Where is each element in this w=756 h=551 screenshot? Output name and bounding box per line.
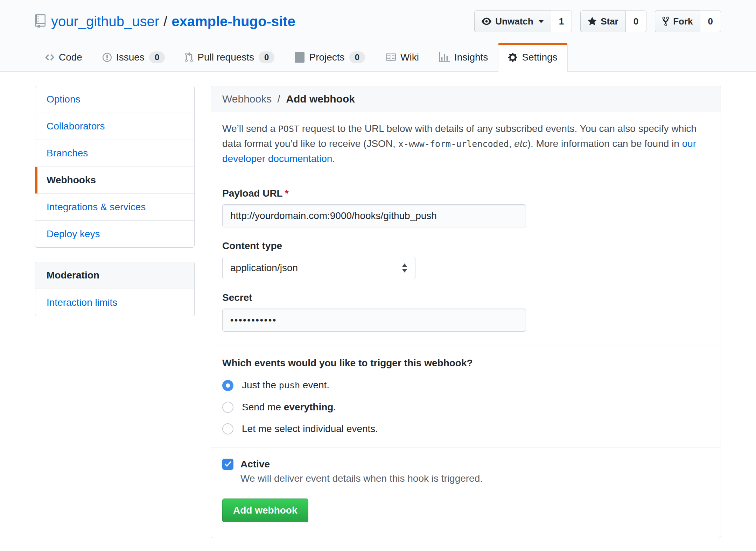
active-label: Active (240, 459, 270, 470)
repo-name-link[interactable]: example-hugo-site (172, 14, 295, 29)
check-icon (224, 461, 231, 467)
description-text: We’ll send a (222, 123, 278, 134)
project-icon (295, 52, 304, 63)
payload-url-label: Payload URL* (222, 188, 709, 199)
description-text: ). More information can be found in (527, 138, 682, 149)
sidebar-item-integrations[interactable]: Integrations & services (35, 193, 194, 220)
sidebar-item-options[interactable]: Options (35, 86, 194, 113)
radio-everything-post: . (333, 402, 336, 412)
tab-wiki[interactable]: Wiki (375, 43, 429, 72)
settings-sidebar: Options Collaborators Branches Webhooks … (35, 86, 195, 316)
payload-url-input[interactable] (222, 204, 526, 227)
payload-url-label-text: Payload URL (222, 188, 283, 199)
moderation-menu: Moderation Interaction limits (35, 262, 195, 316)
stargazers-count[interactable]: 0 (626, 10, 646, 32)
push-code-text: push (279, 380, 300, 390)
active-checkbox-row: Active (222, 459, 709, 470)
breadcrumb: Webhooks / Add webhook (211, 86, 721, 112)
breadcrumb-webhooks-link[interactable]: Webhooks (222, 93, 272, 105)
sidebar-item-interaction-limits[interactable]: Interaction limits (35, 289, 194, 316)
webhook-description: We’ll send a POST request to the URL bel… (211, 112, 721, 176)
secret-input[interactable] (222, 309, 526, 332)
sidebar-item-collaborators[interactable]: Collaborators (35, 113, 194, 140)
tab-issues-label: Issues (116, 52, 145, 63)
tab-settings-label: Settings (522, 52, 557, 63)
forks-count[interactable]: 0 (700, 10, 721, 32)
sidebar-item-webhooks[interactable]: Webhooks (35, 167, 194, 193)
graph-icon (439, 52, 450, 63)
issues-counter: 0 (149, 51, 165, 63)
fork-button[interactable]: Fork (655, 10, 700, 32)
repo-icon (35, 14, 46, 28)
tab-issues[interactable]: Issues 0 (92, 43, 175, 72)
repo-separator: / (163, 14, 167, 29)
radio-just-push-label: Just the push event. (242, 380, 329, 391)
tab-pull-requests[interactable]: Pull requests 0 (175, 43, 285, 72)
tab-code-label: Code (59, 52, 82, 63)
radio-row-individual: Let me select individual events. (222, 423, 709, 435)
repo-actions: Unwatch 1 Star 0 Fork (474, 10, 721, 32)
caret-down-icon (538, 20, 544, 23)
sidebar-item-deploy-keys[interactable]: Deploy keys (35, 220, 194, 247)
payload-url-group: Payload URL* (222, 188, 709, 227)
repo-header: your_github_user / example-hugo-site Unw… (0, 0, 756, 72)
tab-insights[interactable]: Insights (429, 43, 498, 72)
settings-menu: Options Collaborators Branches Webhooks … (35, 86, 195, 248)
repo-title: your_github_user / example-hugo-site (35, 14, 295, 29)
gear-icon (508, 52, 517, 63)
radio-push-pre: Just the (242, 380, 279, 390)
content-type-label: Content type (222, 240, 709, 252)
urlencoded-code-text: x-www-form-urlencoded (398, 139, 509, 149)
tab-settings[interactable]: Settings (498, 43, 567, 72)
tab-wiki-label: Wiki (400, 52, 419, 63)
radio-row-everything: Send me everything. (222, 402, 709, 413)
add-webhook-button[interactable]: Add webhook (222, 499, 308, 522)
radio-individual-events[interactable] (222, 423, 233, 435)
radio-everything-label: Send me everything. (242, 402, 336, 413)
eye-icon (482, 16, 491, 26)
events-heading: Which events would you like to trigger t… (222, 357, 709, 369)
watch-button-group: Unwatch 1 (474, 10, 572, 32)
content-type-select[interactable]: application/json (222, 257, 415, 279)
radio-everything-pre: Send me (242, 402, 284, 412)
radio-just-push[interactable] (222, 380, 233, 391)
unwatch-button[interactable]: Unwatch (474, 10, 551, 32)
star-button-group: Star 0 (580, 10, 646, 32)
active-checkbox[interactable] (222, 459, 233, 470)
active-description: We will deliver event details when this … (240, 473, 709, 485)
fork-label: Fork (673, 16, 693, 27)
webhook-form: Payload URL* Content type application/js… (211, 176, 721, 346)
repo-title-row: your_github_user / example-hugo-site Unw… (35, 10, 721, 33)
description-text: , (509, 138, 514, 149)
active-section: Active We will deliver event details whe… (211, 447, 721, 538)
select-arrows-icon (402, 263, 407, 273)
repo-owner-link[interactable]: your_github_user (51, 14, 159, 29)
tab-code[interactable]: Code (35, 43, 92, 72)
etc-italic-text: etc (514, 138, 527, 149)
pull-requests-counter: 0 (259, 51, 274, 63)
tab-projects[interactable]: Projects 0 (285, 43, 375, 72)
sidebar-item-branches[interactable]: Branches (35, 140, 194, 167)
radio-individual-events-label: Let me select individual events. (242, 423, 378, 435)
radio-push-post: event. (300, 380, 329, 390)
star-button[interactable]: Star (580, 10, 626, 32)
events-section: Which events would you like to trigger t… (211, 346, 721, 447)
radio-everything[interactable] (222, 402, 233, 413)
post-code-text: POST (278, 124, 299, 134)
book-icon (385, 52, 396, 63)
watchers-count[interactable]: 1 (551, 10, 572, 32)
fork-button-group: Fork 0 (655, 10, 721, 32)
star-label: Star (601, 16, 618, 27)
fork-icon (662, 16, 669, 27)
content-type-group: Content type application/json (222, 240, 709, 279)
moderation-header: Moderation (35, 262, 194, 289)
projects-counter: 0 (349, 51, 365, 63)
secret-label: Secret (222, 292, 709, 304)
issue-icon (103, 52, 112, 63)
repo-tabnav: Code Issues 0 Pull requests 0 Projects 0… (35, 43, 721, 72)
star-icon (588, 16, 597, 27)
secret-group: Secret (222, 292, 709, 332)
webhook-panel: Webhooks / Add webhook We’ll send a POST… (211, 86, 721, 538)
code-icon (45, 52, 54, 63)
pull-request-icon (185, 52, 193, 63)
